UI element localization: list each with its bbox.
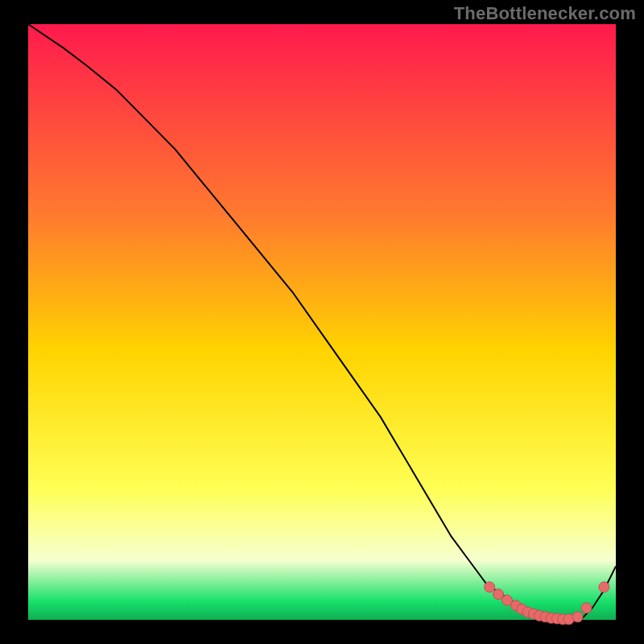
bottleneck-chart (0, 0, 644, 644)
curve-marker (572, 612, 583, 622)
curve-marker (599, 582, 609, 592)
curve-marker (581, 603, 592, 613)
gradient-background (28, 24, 616, 620)
curve-marker (485, 582, 495, 592)
chart-frame: { "attribution": "TheBottlenecker.com", … (0, 0, 644, 644)
